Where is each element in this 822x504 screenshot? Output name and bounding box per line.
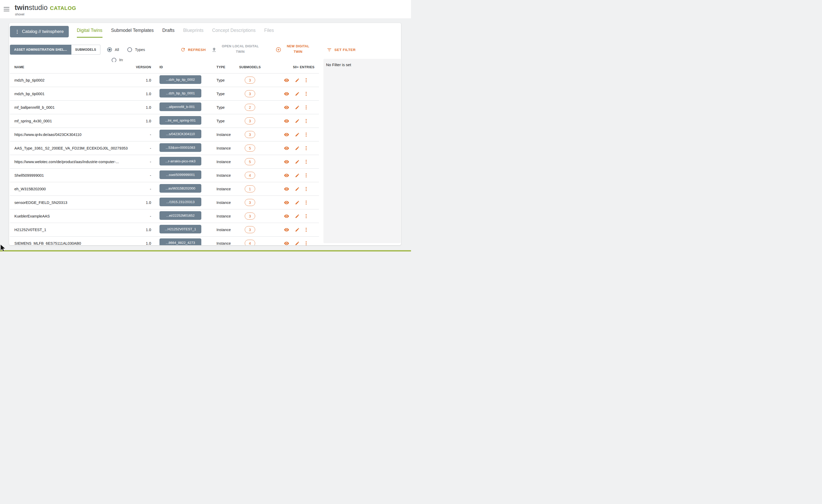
plus-circle-icon[interactable]	[276, 47, 281, 53]
submodels-button[interactable]: SUBMODELS	[71, 45, 100, 55]
view-twin-button[interactable]	[284, 146, 289, 151]
submodels-count-pill[interactable]: 4	[245, 240, 255, 245]
submodels-count-pill[interactable]: 5	[245, 158, 255, 165]
tab-digital-twins[interactable]: Digital Twins	[77, 23, 102, 38]
kebab-menu-icon	[305, 186, 307, 191]
column-header-type[interactable]: TYPE	[211, 65, 235, 69]
submodels-count-pill[interactable]: 3	[245, 90, 255, 97]
edit-twin-button[interactable]	[295, 214, 300, 218]
more-options-button[interactable]	[305, 159, 307, 164]
twin-id-chip[interactable]: ...53&sn=00001083	[159, 143, 201, 152]
eye-icon	[284, 78, 289, 83]
edit-twin-button[interactable]	[295, 241, 300, 245]
twin-id-chip[interactable]: ...r-arrakis-pico-mk3	[159, 157, 201, 165]
column-header-name[interactable]: NAME	[10, 65, 131, 69]
tab-drafts[interactable]: Drafts	[162, 23, 175, 38]
twin-id-chip[interactable]: .../1915.231/20313	[159, 197, 201, 206]
edit-twin-button[interactable]	[295, 187, 300, 191]
twin-id-chip[interactable]: ...8664_8822_4273	[159, 238, 201, 245]
set-filter-button[interactable]: SET FILTER	[327, 45, 356, 55]
more-options-button[interactable]	[305, 132, 307, 137]
twin-id-chip[interactable]: ...dzh_bp_tip_0002	[159, 75, 201, 84]
twin-id-chip[interactable]: ...s/0423CK304110	[159, 130, 201, 138]
submodels-count-pill[interactable]: 3	[245, 131, 255, 138]
more-options-button[interactable]	[305, 78, 307, 83]
more-options-button[interactable]	[305, 186, 307, 191]
refresh-button[interactable]: REFRESH	[180, 45, 206, 55]
submodels-count-pill[interactable]: 3	[245, 77, 255, 84]
more-options-button[interactable]	[305, 200, 307, 205]
view-twin-button[interactable]	[284, 105, 289, 110]
view-twin-button[interactable]	[284, 241, 289, 245]
view-twin-button[interactable]	[284, 173, 289, 178]
submodels-count-pill[interactable]: 5	[245, 144, 255, 152]
submodels-count-pill[interactable]: 3	[245, 212, 255, 219]
submodels-count-pill[interactable]: 2	[245, 104, 255, 111]
more-options-button[interactable]	[305, 118, 307, 124]
view-twin-button[interactable]	[284, 159, 289, 164]
edit-twin-button[interactable]	[295, 91, 300, 96]
more-options-button[interactable]	[305, 105, 307, 110]
twin-id-chip[interactable]: ...lni_ext_spring-001	[159, 116, 201, 125]
more-options-button[interactable]	[305, 241, 307, 245]
upload-icon[interactable]	[211, 47, 217, 53]
new-digital-twin-button[interactable]: NEW DIGITAL TWIN	[285, 44, 312, 54]
more-options-button[interactable]	[305, 227, 307, 232]
edit-twin-button[interactable]	[295, 119, 300, 123]
edit-twin-button[interactable]	[295, 227, 300, 232]
twin-id-chip[interactable]: ...as/W315B202000	[159, 184, 201, 193]
edit-twin-button[interactable]	[295, 105, 300, 110]
edit-twin-button[interactable]	[295, 78, 300, 83]
twin-version: -	[131, 214, 151, 218]
edit-twin-button[interactable]	[295, 146, 300, 150]
twin-name: mf_ballpenrefill_b_0001	[10, 105, 131, 109]
column-header-id[interactable]: ID	[151, 65, 211, 69]
twin-version: 1.0	[131, 241, 151, 245]
kebab-menu-icon	[305, 132, 307, 137]
more-options-button[interactable]	[305, 91, 307, 96]
view-twin-button[interactable]	[284, 118, 289, 124]
radio-all[interactable]: All	[107, 47, 119, 52]
column-header-submodels[interactable]: SUBMODELS	[235, 65, 265, 69]
submodels-count-pill[interactable]: 4	[245, 172, 255, 179]
view-twin-button[interactable]	[284, 200, 289, 205]
twin-name: https://www.welotec.com/de/product/aas/i…	[10, 160, 131, 164]
view-twin-button[interactable]	[284, 132, 289, 137]
twin-name: AAS_Type_3361_S2_200EE_VA_FD23M_ECEKDGJ0…	[10, 146, 131, 150]
more-options-button[interactable]	[305, 173, 307, 178]
kebab-menu-icon	[305, 173, 307, 178]
view-twin-button[interactable]	[284, 213, 289, 219]
submodels-count-pill[interactable]: 1	[245, 185, 255, 192]
more-options-button[interactable]	[305, 146, 307, 151]
twin-id-chip[interactable]: ...et/22252M01652	[159, 211, 201, 220]
open-local-digital-twin-button[interactable]: OPEN LOCAL DIGITAL TWIN	[221, 44, 260, 54]
no-filter-message: No Filter is set	[326, 62, 398, 67]
edit-twin-button[interactable]	[295, 132, 300, 137]
edit-twin-button[interactable]	[295, 159, 300, 164]
more-options-button[interactable]	[305, 213, 307, 219]
view-twin-button[interactable]	[284, 186, 289, 191]
view-twin-button[interactable]	[284, 227, 289, 232]
twin-type: Type	[211, 78, 235, 82]
edit-twin-button[interactable]	[295, 200, 300, 205]
view-twin-button[interactable]	[284, 78, 289, 83]
view-twin-button[interactable]	[284, 91, 289, 96]
twin-id-chip[interactable]: ...allpenrefill_b-001	[159, 102, 201, 111]
column-header-version[interactable]: VERSION	[131, 65, 151, 69]
submodels-count-pill[interactable]: 3	[245, 226, 255, 233]
twin-id-chip[interactable]: ...dzh_bp_tip_0001	[159, 89, 201, 97]
tab-submodel-templates[interactable]: Submodel Templates	[111, 23, 154, 38]
asset-administration-shells-button[interactable]: ASSET ADMINISTRATION SHEL...	[10, 45, 71, 55]
kebab-menu-icon	[305, 91, 307, 96]
hamburger-menu-icon[interactable]	[4, 7, 9, 12]
catalog-twinsphere-button[interactable]: ⋮ Catalog // twinsphere	[10, 26, 69, 37]
twin-id-chip[interactable]: ...H21252V0TEST_1	[159, 225, 201, 233]
submodels-count-pill[interactable]: 3	[245, 117, 255, 124]
edit-twin-button[interactable]	[295, 173, 300, 178]
table-row: mf_ballpenrefill_b_0001 1.0 ...allpenref…	[10, 101, 319, 114]
submodels-count-pill[interactable]: 3	[245, 199, 255, 206]
table-row: sensorEDGE_FIELD_SN20313 1.0 .../1915.23…	[10, 196, 319, 209]
set-filter-label: SET FILTER	[334, 48, 356, 52]
radio-types[interactable]: Types	[127, 47, 145, 52]
twin-id-chip[interactable]: ...sset/5099999001	[159, 170, 201, 179]
